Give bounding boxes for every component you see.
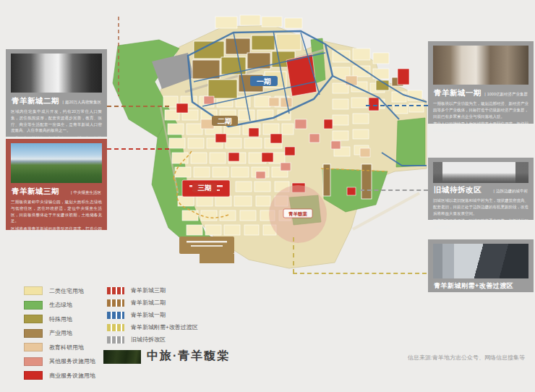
- project-marker: 青羊馥棠: [283, 209, 312, 218]
- phase1-badge: 一期: [250, 76, 278, 86]
- map-medical-center-parcel: [179, 237, 234, 263]
- phase2-badge: 二期: [212, 116, 238, 126]
- legend-row: 其他服务设施用地: [24, 357, 95, 366]
- legend-swatch: [24, 329, 43, 338]
- tag-divider: |: [484, 92, 485, 96]
- oldtown-panel-body1: 旧城区域以老旧院落和城中村为主，现状建筑密度高、配套老旧，目前正处于边拆边建的有…: [433, 197, 528, 216]
- connector-transition-horizontal: [293, 273, 427, 274]
- phase2-badge-label: 二期: [218, 117, 232, 125]
- legend-swatch: [24, 301, 43, 310]
- connector-oldtown-right: [360, 189, 428, 191]
- panel-phase1: 青羊新城一期 |1000亿新经济产业集群 一期板块以产业功能为主，规划总部经济、…: [428, 41, 534, 124]
- phase3-panel-tag: |中央惬意生活区: [71, 190, 101, 195]
- planning-map-svg: 青羊馥棠 一期 二期 三期: [107, 11, 432, 280]
- legend-row: 特殊用地: [24, 315, 95, 323]
- zone-legend: 青羊新城三期 青羊新城二期 青羊新城一期 青羊新城刚需+改善过渡区 旧城待拆改区: [107, 286, 198, 348]
- legend-swatch: [24, 286, 43, 295]
- phase1-photo: [433, 46, 528, 85]
- source-note: 信息来源:青羊地方志公众号、网络信息搜集等: [360, 354, 525, 362]
- zone-swatch: [107, 312, 124, 319]
- legend-row: 青羊新城二期: [107, 299, 198, 307]
- land-use-legend: 二类住宅用地 生态绿地 特殊用地 产业用地 教育科研用地 其他服务设施用地 商业…: [24, 286, 95, 385]
- legend-swatch: [24, 357, 43, 366]
- connector-phase3-left: [107, 148, 169, 150]
- tag-divider: |: [494, 189, 495, 193]
- legend-row: 产业用地: [24, 329, 95, 338]
- legend-row: 生态绿地: [24, 301, 95, 310]
- panel-transition: 青羊新城刚需+改善过渡区: [428, 239, 534, 292]
- legend-row: 青羊新城刚需+改善过渡区: [107, 323, 198, 331]
- phase2-panel-tag: |超20万人高密聚集区: [62, 100, 101, 105]
- zone-swatch: [107, 324, 124, 331]
- legend-row: 旧城待拆改区: [107, 336, 198, 344]
- project-marker-label: 青羊馥棠: [288, 211, 308, 217]
- tag-divider: |: [62, 100, 63, 104]
- zone-swatch: [107, 299, 124, 307]
- phase3-badge-label: 三期: [198, 184, 212, 192]
- project-satellite-thumbnail: [103, 350, 141, 364]
- legend-swatch: [24, 315, 43, 323]
- phase2-panel-body1: 区域内住宅集中成片开发，约有20万常住人口聚集，居住氛围浓厚，配套资源逐步完善，…: [11, 108, 102, 134]
- phase3-badge: 三期: [192, 183, 217, 192]
- tag-divider: |: [71, 190, 72, 195]
- phase1-panel-title: 青羊新城一期: [434, 88, 482, 98]
- phase2-photo: [11, 54, 102, 93]
- phase3-panel-body2: 区域将承接青羊新城的改善型居住需求，打造公园城市示范生活场景。: [11, 226, 102, 239]
- legend-swatch: [24, 371, 43, 380]
- zone-swatch: [107, 287, 124, 294]
- connector-phase2-left: [107, 106, 169, 107]
- planning-map: 青羊馥棠 一期 二期 三期: [107, 11, 432, 280]
- phase3-panel-title: 青羊新城三期: [12, 187, 59, 197]
- legend-row: 商业服务设施用地: [24, 371, 95, 380]
- legend-row: 教育科研用地: [24, 343, 95, 351]
- oldtown-panel-tag: |边拆边建的城中村: [494, 189, 528, 194]
- oldtown-panel-title: 旧城待拆改区: [434, 185, 482, 195]
- legend-row: 青羊新城三期: [107, 286, 198, 294]
- oldtown-panel-body2: 随着拆迁改造推进，区域面貌将逐步改善，与新城片区加速融合。: [433, 218, 528, 231]
- transition-panel-title: 青羊新城刚需+改善过渡区: [434, 281, 513, 291]
- phase3-panel-body1: 三期板块紧邻中央绿轴公园，规划大面积生态绿地与低密住区，居住环境舒适，定位中央惬…: [11, 199, 102, 224]
- legend-row: 青羊新城一期: [107, 311, 198, 319]
- connector-transition-vertical: [293, 237, 294, 273]
- panel-phase2: 青羊新城二期 |超20万人高密聚集区 区域内住宅集中成片开发，约有20万常住人口…: [6, 49, 107, 137]
- phase1-panel-tag: |1000亿新经济产业集群: [484, 92, 528, 97]
- zone-swatch: [107, 336, 124, 344]
- oldtown-photo: [433, 162, 528, 183]
- phase3-photo: [11, 143, 102, 183]
- panel-oldtown: 旧城待拆改区 |边拆边建的城中村 旧城区域以老旧院落和城中村为主，现状建筑密度高…: [428, 158, 534, 220]
- project-logo-text: 中旅·青羊馥棠: [147, 349, 230, 364]
- phase1-panel-body1: 一期板块以产业功能为主，规划总部经济、新经济产业园等多个产业载体，目标打造千亿级…: [433, 101, 528, 119]
- phase1-panel-body2: 产业人口的持续导入为区域带来大量职住需求，板块职住平衡特征明显，发展动能充足。: [433, 121, 528, 134]
- poster-canvas: 青羊馥棠 一期 二期 三期 青羊新城二期 |超20万人高密聚集区 区域内住宅集中…: [0, 0, 535, 392]
- legend-row: 二类住宅用地: [24, 286, 95, 295]
- legend-swatch: [24, 343, 43, 351]
- phase1-badge-label: 一期: [257, 77, 271, 85]
- phase2-panel-title: 青羊新城二期: [12, 96, 59, 106]
- connector-phase1-right: [366, 105, 428, 106]
- panel-phase3: 青羊新城三期 |中央惬意生活区 三期板块紧邻中央绿轴公园，规划大面积生态绿地与低…: [6, 139, 107, 230]
- transition-photo: [433, 244, 528, 278]
